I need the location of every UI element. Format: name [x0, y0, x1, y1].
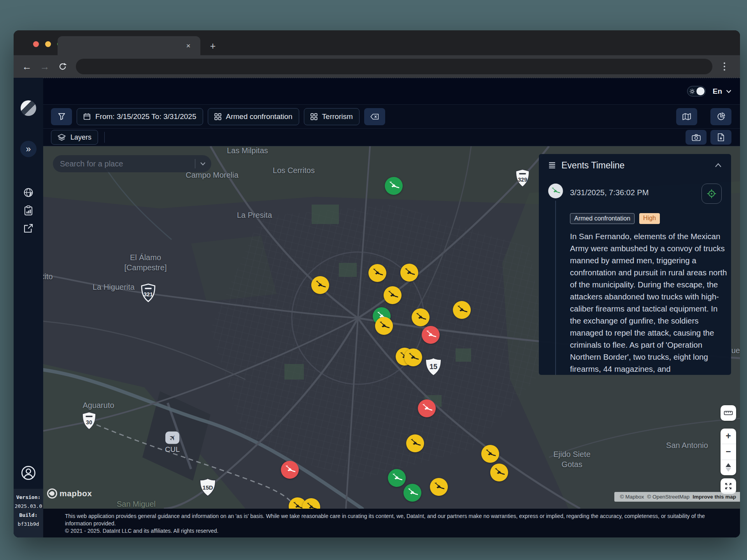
language-selector[interactable]: En: [713, 87, 731, 96]
user-profile-icon[interactable]: [20, 464, 37, 481]
event-marker-yellow[interactable]: [384, 286, 402, 304]
build-value: bf31b9d: [18, 521, 39, 527]
search-input[interactable]: [60, 159, 190, 168]
search-chevron-down-icon[interactable]: [200, 162, 206, 166]
sidebar-expand-button[interactable]: »: [20, 141, 37, 157]
external-link-icon[interactable]: [20, 220, 37, 236]
highway-shield-15: 15: [424, 357, 442, 378]
svg-text:30: 30: [86, 419, 92, 425]
globe-network-icon[interactable]: [20, 184, 37, 201]
tab-close-icon[interactable]: ×: [183, 41, 193, 51]
funnel-icon: [58, 113, 65, 120]
analytics-view-button[interactable]: [710, 108, 731, 125]
rifle-icon: [377, 320, 391, 332]
report-clipboard-icon[interactable]: [20, 202, 37, 219]
event-marker-red[interactable]: [281, 461, 299, 479]
clear-filters-button[interactable]: [364, 108, 385, 125]
category-chip-armed-confrontation[interactable]: Armed confrontation: [208, 108, 299, 125]
map-place-label: Aguaruto: [82, 401, 114, 410]
event-marker-green[interactable]: [385, 177, 403, 195]
zoom-out-button[interactable]: −: [721, 444, 736, 459]
map-view-button[interactable]: [676, 108, 697, 125]
map-place-label: La Higuerita: [93, 283, 135, 292]
map-place-label: uel: [731, 346, 740, 355]
map-place-label: Los Cerritos: [273, 166, 315, 175]
version-label: Version:: [16, 494, 41, 500]
forward-icon[interactable]: →: [37, 59, 53, 74]
layers-icon: [58, 134, 66, 141]
event-marker-yellow[interactable]: [430, 478, 448, 496]
map-icon: [682, 113, 691, 121]
mapbox-logo[interactable]: mapbox: [47, 488, 92, 499]
airport-code-label: CUL: [165, 445, 180, 454]
address-bar[interactable]: [76, 59, 712, 74]
rifle-icon: [432, 481, 445, 493]
reload-icon[interactable]: [55, 59, 70, 74]
map-place-label: Las Milpitas: [227, 146, 268, 155]
disclaimer-line1: This web application provides general gu…: [65, 513, 724, 527]
svg-text:15D: 15D: [202, 485, 213, 491]
map-place-label: Ejido Siete: [553, 450, 591, 459]
theme-toggle[interactable]: [687, 86, 706, 96]
event-marker-green[interactable]: [403, 484, 421, 502]
category-chip-terrorism[interactable]: Terrorism: [304, 108, 359, 125]
map-canvas[interactable]: Las MilpitasCampo MoreliaLos CerritosLa …: [43, 146, 740, 509]
compass-button[interactable]: [721, 460, 736, 475]
rifle-icon: [420, 402, 433, 414]
layers-button[interactable]: Layers: [51, 130, 98, 145]
event-marker-yellow[interactable]: [404, 348, 422, 366]
zoom-in-button[interactable]: +: [721, 429, 736, 444]
fullscreen-button[interactable]: [721, 478, 736, 494]
event-marker-yellow[interactable]: [406, 434, 424, 452]
date-range-label: From: 3/15/2025 To: 3/31/2025: [95, 112, 196, 121]
event-marker-yellow[interactable]: [375, 317, 393, 335]
minimize-window-button[interactable]: [45, 41, 51, 47]
event-marker-yellow[interactable]: [400, 264, 418, 282]
event-marker-yellow[interactable]: [481, 445, 499, 463]
compass-icon: [726, 463, 731, 472]
back-icon[interactable]: ←: [19, 59, 35, 74]
measure-button[interactable]: [721, 405, 736, 421]
event-marker-yellow[interactable]: [311, 276, 329, 294]
mapbox-attribution-link[interactable]: © Mapbox: [620, 494, 644, 500]
app-root: » Version: 2025.03.0 Build: bf31b9d: [14, 78, 740, 537]
timeline-event[interactable]: 3/31/2025, 7:36:02 PM Armed confrontatio…: [548, 184, 722, 375]
timeline-list-icon: [548, 161, 556, 169]
highway-shield-321: 321: [140, 284, 156, 304]
browser-menu-icon[interactable]: [719, 60, 730, 74]
event-marker-yellow[interactable]: [453, 301, 471, 319]
rifle-icon: [305, 501, 318, 509]
rifle-icon: [406, 486, 419, 499]
event-marker-yellow[interactable]: [490, 464, 508, 481]
screenshot-button[interactable]: [686, 130, 707, 145]
filter-button[interactable]: [51, 108, 72, 125]
pie-chart-icon: [717, 112, 725, 121]
rifle-icon: [283, 464, 296, 476]
improve-map-link[interactable]: Improve this map: [693, 494, 736, 500]
browser-tab[interactable]: ×: [58, 36, 200, 55]
new-tab-button[interactable]: +: [207, 40, 218, 51]
svg-text:15: 15: [430, 363, 437, 371]
rifle-icon: [403, 266, 416, 278]
close-window-button[interactable]: [33, 41, 39, 47]
event-marker-yellow[interactable]: [368, 264, 386, 282]
locate-event-button[interactable]: [701, 184, 722, 204]
rifle-icon: [493, 466, 506, 478]
search-divider: [195, 159, 195, 168]
airplane-icon: ✈: [165, 432, 179, 444]
osm-attribution-link[interactable]: © OpenStreetMap: [647, 494, 689, 500]
map-place-label: cito: [43, 272, 53, 281]
event-marker-yellow[interactable]: [412, 308, 430, 326]
map-place-label: [Campestre]: [124, 263, 167, 272]
export-download-button[interactable]: [710, 130, 731, 145]
date-range-chip[interactable]: From: 3/15/2025 To: 3/31/2025: [77, 108, 203, 125]
highway-shield-329: 329: [515, 169, 530, 189]
event-type-avatar: [548, 184, 563, 198]
sidebar: » Version: 2025.03.0 Build: bf31b9d: [14, 78, 43, 537]
collapse-chevron-up-icon[interactable]: [715, 163, 722, 168]
event-marker-red[interactable]: [418, 399, 436, 417]
event-marker-red[interactable]: [422, 326, 440, 344]
svg-text:329: 329: [518, 177, 527, 183]
event-marker-green[interactable]: [388, 469, 406, 487]
rifle-icon: [424, 329, 437, 341]
